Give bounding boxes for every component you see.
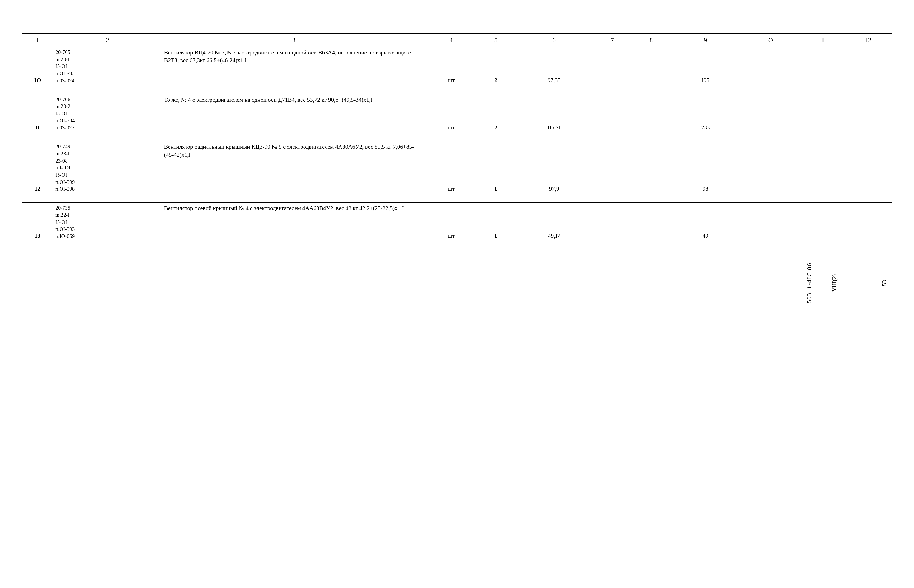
main-table: I 2 3 4 5 6 7 8 9 IO II I2 IO20-705 ш.20… (22, 33, 892, 250)
table-wrapper: I 2 3 4 5 6 7 8 9 IO II I2 IO20-705 ш.20… (22, 33, 892, 250)
row-col10 (740, 141, 799, 194)
col-header-9: 9 (670, 34, 740, 47)
side-middle-text: УШ(2) (830, 274, 839, 292)
row-num: I3 (22, 203, 53, 242)
side-annotation: 503_1-4IC.86 УШ(2) | -53- | (805, 0, 914, 588)
row-unit: шт (426, 203, 476, 242)
row-qty: 2 (476, 94, 515, 133)
row-total: 98 (670, 141, 740, 194)
row-price: 97,9 (515, 141, 593, 194)
row-unit: шт (426, 94, 476, 133)
row-col7 (593, 47, 632, 86)
side-dash-end: | (906, 282, 914, 283)
row-col8 (632, 47, 670, 86)
row-num: IO (22, 47, 53, 86)
row-col8 (632, 141, 670, 194)
row-col7 (593, 203, 632, 242)
row-description: Вентилятор осевой крышный № 4 с электрод… (162, 203, 426, 242)
row-unit: шт (426, 141, 476, 194)
table-row: IO20-705 ш.20-I I5-OI п.OI-392 п.03-024В… (22, 47, 892, 86)
table-row: I320-735 ш.22-I I5-OI п.OI-393 п.IO-069В… (22, 203, 892, 242)
col-header-3: 3 (162, 34, 426, 47)
table-row: I220-749 ш.23-I 23-08 п.I-IOI I5-OI п.OI… (22, 141, 892, 194)
page: I 2 3 4 5 6 7 8 9 IO II I2 IO20-705 ш.20… (0, 0, 914, 588)
row-code: 20-705 ш.20-I I5-OI п.OI-392 п.03-024 (53, 47, 162, 86)
spacer-row (22, 133, 892, 141)
row-num: I2 (22, 141, 53, 194)
col-header-6: 6 (515, 34, 593, 47)
table-header-row: I 2 3 4 5 6 7 8 9 IO II I2 (22, 34, 892, 47)
row-qty: 2 (476, 47, 515, 86)
side-top-text: 503_1-4IC.86 (805, 263, 814, 303)
row-num: II (22, 94, 53, 133)
row-description: Вентилятор радиальный крышный КЦЗ-90 № 5… (162, 141, 426, 194)
row-col10 (740, 203, 799, 242)
spacer-row (22, 242, 892, 250)
row-price: II6,7I (515, 94, 593, 133)
col-header-7: 7 (593, 34, 632, 47)
spacer-row (22, 86, 892, 94)
row-code: 20-706 ш.20-2 I5-OI п.OI-394 п.03-027 (53, 94, 162, 133)
side-dash-separator: | (855, 282, 864, 283)
row-col7 (593, 141, 632, 194)
row-price: 97,35 (515, 47, 593, 86)
row-total: 233 (670, 94, 740, 133)
col-header-10: IO (740, 34, 799, 47)
row-price: 49,I7 (515, 203, 593, 242)
row-code: 20-735 ш.22-I I5-OI п.OI-393 п.IO-069 (53, 203, 162, 242)
row-col10 (740, 47, 799, 86)
row-unit: шт (426, 47, 476, 86)
row-col7 (593, 94, 632, 133)
table-row: II20-706 ш.20-2 I5-OI п.OI-394 п.03-027Т… (22, 94, 892, 133)
table-body: IO20-705 ш.20-I I5-OI п.OI-392 п.03-024В… (22, 47, 892, 250)
row-qty: I (476, 141, 515, 194)
col-header-4: 4 (426, 34, 476, 47)
row-col10 (740, 94, 799, 133)
row-total: 49 (670, 203, 740, 242)
row-total: I95 (670, 47, 740, 86)
row-description: Вентилятор ВЦ4-70 № 3,I5 с электродвигат… (162, 47, 426, 86)
row-description: То же, № 4 с электродвигателем на одной … (162, 94, 426, 133)
row-code: 20-749 ш.23-I 23-08 п.I-IOI I5-OI п.OI-3… (53, 141, 162, 194)
col-header-5: 5 (476, 34, 515, 47)
col-header-8: 8 (632, 34, 670, 47)
row-qty: I (476, 203, 515, 242)
spacer-row (22, 194, 892, 203)
row-col8 (632, 203, 670, 242)
side-bottom-text: -53- (880, 278, 889, 288)
col-header-2: 2 (53, 34, 162, 47)
col-header-1: I (22, 34, 53, 47)
row-col8 (632, 94, 670, 133)
